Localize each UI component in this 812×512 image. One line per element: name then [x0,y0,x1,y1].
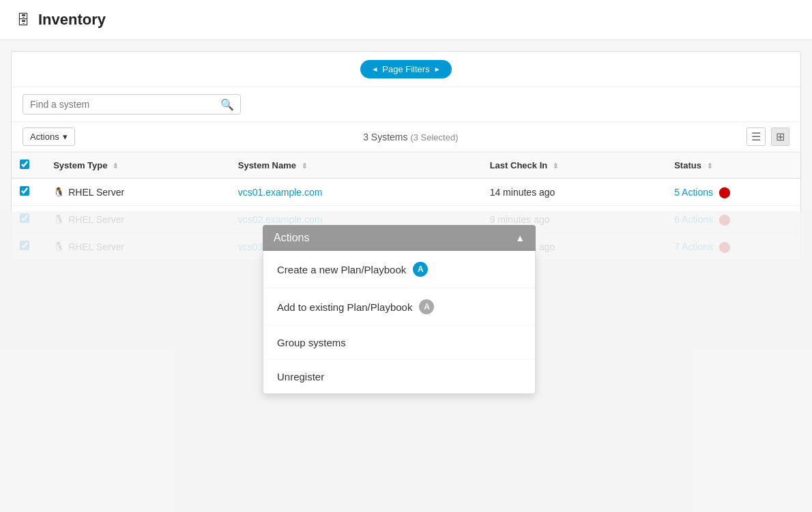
system-type-sort-icon: ⇕ [113,162,118,170]
dropdown-item-label: Create a new Plan/Playbook [277,264,406,275]
system-name-link[interactable]: vcs01.example.com [238,187,323,198]
actions-dropdown-overlay: Actions ▲ Create a new Plan/PlaybookAAdd… [263,225,536,394]
toolbar: Actions ▾ 3 Systems (3 Selected) ☰ ⊞ [12,122,800,152]
dropdown-item[interactable]: Group systems [263,326,535,360]
system-name-sort-icon: ⇕ [302,162,307,170]
dropdown-item-label: Unregister [277,371,324,382]
page-filters-left-arrow: ◄ [371,65,378,73]
row-checkbox[interactable] [20,186,29,196]
select-all-header [12,153,45,179]
system-type-label: RHEL Server [68,187,124,198]
list-view-button[interactable]: ☰ [746,127,766,146]
actions-arrow-icon: ▾ [63,132,68,142]
status-sort-icon: ⇕ [707,162,712,170]
system-type-cell: 🐧RHEL Server [45,179,230,206]
systems-count: 3 Systems [363,132,407,142]
last-checkin-header: Last Check In ⇕ [482,153,667,179]
table-row: 🐧RHEL Servervcs01.example.com14 minutes … [12,179,800,206]
dropdown-item[interactable]: Add to existing Plan/PlaybookA [263,288,535,326]
inventory-icon: 🗄 [16,12,30,28]
system-name-cell[interactable]: vcs01.example.com [230,179,482,206]
actions-count-link[interactable]: 5 Actions [674,187,713,198]
actions-label: Actions [30,132,59,142]
grid-view-button[interactable]: ⊞ [771,127,789,146]
select-all-checkbox[interactable] [20,160,29,169]
badge-icon: A [413,262,428,277]
table-header-row: System Type ⇕ System Name ⇕ Last Check I… [12,153,800,179]
chevron-up-icon: ▲ [515,232,525,243]
search-input[interactable] [23,94,241,115]
page-filters-right-arrow: ► [434,65,441,73]
status-header: Status ⇕ [666,153,800,179]
dropdown-item-label: Group systems [277,337,346,348]
error-icon: ⬤ [719,185,731,198]
dropdown-item-label: Add to existing Plan/Playbook [277,301,412,313]
system-type-header: System Type ⇕ [45,153,230,179]
page-wrapper: 🗄 Inventory ◄ Page Filters ► 🔍 Actions ▾ [0,0,812,512]
last-checkin-sort-icon: ⇕ [553,162,558,170]
system-name-header: System Name ⇕ [230,153,482,179]
toolbar-left: Actions ▾ [23,127,75,146]
search-button[interactable]: 🔍 [220,98,234,111]
actions-dropdown-menu: Create a new Plan/PlaybookAAdd to existi… [263,251,536,394]
page-filters-button[interactable]: ◄ Page Filters ► [360,60,451,78]
toolbar-center: 3 Systems (3 Selected) [363,132,458,142]
rhel-icon: 🐧 [53,187,64,198]
actions-dropdown-button[interactable]: Actions ▾ [23,127,75,146]
search-bar: 🔍 [12,87,800,122]
dropdown-item[interactable]: Unregister [263,360,535,393]
actions-dropdown-header[interactable]: Actions ▲ [263,225,536,251]
toolbar-right: ☰ ⊞ [746,127,789,146]
selected-count: (3 Selected) [410,132,458,142]
last-checkin-cell: 14 minutes ago [482,179,667,206]
badge-icon: A [419,299,434,314]
page-filters-label: Page Filters [382,64,429,74]
actions-dropdown-header-label: Actions [274,232,309,244]
dropdown-item[interactable]: Create a new Plan/PlaybookA [263,251,535,288]
inventory-header: 🗄 Inventory [0,0,812,40]
status-cell: 5 Actions⬤ [666,179,800,206]
page-title: Inventory [38,11,106,29]
page-filters-bar: ◄ Page Filters ► [12,52,800,87]
